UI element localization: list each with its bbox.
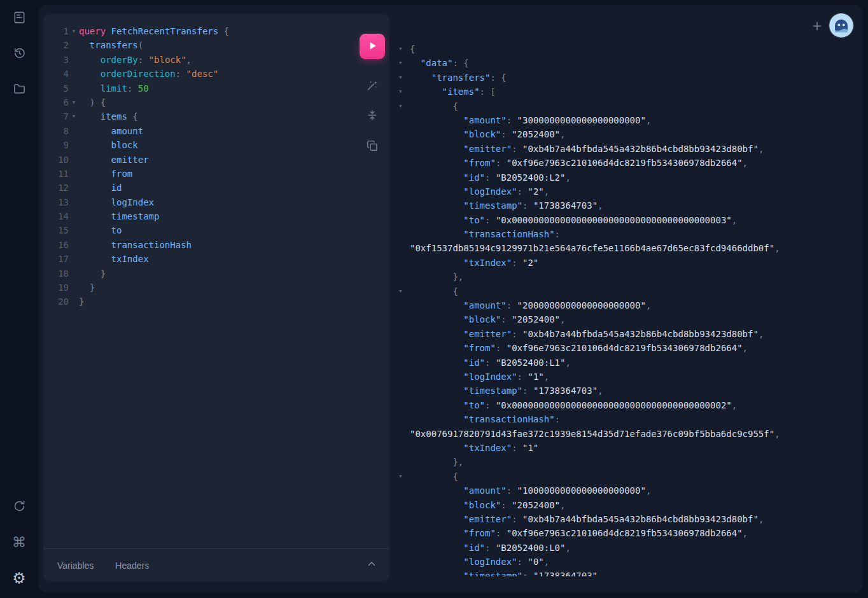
- editor-line[interactable]: 9 block: [43, 138, 389, 152]
- code-text: }: [79, 267, 106, 281]
- code-text: },: [410, 455, 463, 469]
- editor-line[interactable]: 16 transactionHash: [43, 238, 389, 252]
- editor-line[interactable]: 7▾ items {: [43, 109, 389, 123]
- line-number: 14: [43, 209, 69, 223]
- response-line: "id": "B2052400:L1",: [395, 356, 859, 370]
- ghost-logo-icon: [829, 13, 853, 38]
- response-line: "timestamp": "1738364703",: [395, 384, 859, 398]
- editor-line[interactable]: 5 limit: 50: [43, 81, 389, 95]
- code-text: timestamp: [79, 209, 159, 223]
- copy-query-button[interactable]: [363, 137, 381, 155]
- editor-line[interactable]: 12 id: [43, 181, 389, 195]
- tab-headers[interactable]: Headers: [115, 560, 149, 571]
- fold-toggle-icon[interactable]: ▾: [395, 56, 410, 70]
- fold-spacer: [395, 398, 410, 412]
- code-text: "logIndex": "2",: [410, 184, 549, 198]
- code-text: }: [79, 295, 84, 309]
- editor-line[interactable]: 11 from: [43, 167, 389, 181]
- response-line: "amount": "1000000000000000000000",: [395, 483, 859, 497]
- prettify-button[interactable]: [363, 77, 381, 95]
- response-line: ▾ "items": [: [395, 85, 859, 99]
- response-line: "id": "B2052400:L2",: [395, 170, 859, 184]
- fold-spacer: [395, 526, 410, 540]
- fold-spacer: [395, 512, 410, 526]
- fold-spacer: [395, 241, 410, 255]
- response-line: },: [395, 455, 859, 469]
- response-line: "txIndex": "2": [395, 256, 859, 270]
- tab-variables[interactable]: Variables: [57, 560, 94, 571]
- editor-line[interactable]: 13 logIndex: [43, 195, 389, 209]
- response-line: "0x0076917820791d43fae372c1939e8154d35d7…: [395, 427, 859, 441]
- fold-spacer: [395, 270, 410, 284]
- response-line: "block": "2052400",: [395, 127, 859, 141]
- fold-toggle-icon[interactable]: ▾: [395, 42, 410, 56]
- response-line: "amount": "3000000000000000000000",: [395, 113, 859, 127]
- fold-toggle-icon[interactable]: ▾: [395, 71, 410, 85]
- code-text: from: [79, 167, 132, 181]
- settings-button[interactable]: ⚙: [9, 568, 29, 588]
- shortcuts-button[interactable]: ⌘: [9, 532, 29, 553]
- sidebar: ⌘ ⚙: [0, 0, 38, 598]
- code-text: "items": [: [410, 85, 496, 99]
- response-line: "logIndex": "1",: [395, 370, 859, 384]
- fold-toggle-icon[interactable]: ▾: [69, 24, 79, 38]
- fold-spacer: [395, 227, 410, 241]
- fold-spacer: [395, 412, 410, 426]
- sidebar-top-group: [9, 8, 29, 100]
- response-line: "emitter": "0xb4b7a44bfbda545a432b86b4cb…: [395, 327, 859, 341]
- fold-spacer: [69, 67, 79, 81]
- fold-toggle-icon[interactable]: ▾: [395, 99, 410, 113]
- fold-toggle-icon[interactable]: ▾: [395, 284, 410, 298]
- fold-toggle-icon[interactable]: ▾: [395, 469, 410, 483]
- code-text: "txIndex": "1": [410, 441, 538, 455]
- editor-line[interactable]: 1▾query FetchRecentTransfers {: [43, 24, 389, 38]
- response-line: "0xf1537db85194c9129971b21e564a76cfe5e11…: [395, 241, 859, 255]
- editor-line[interactable]: 3 orderBy: "block",: [43, 53, 389, 67]
- editor-line[interactable]: 4 orderDirection: "desc": [43, 67, 389, 81]
- line-number: 5: [43, 81, 69, 95]
- fold-spacer: [69, 238, 79, 252]
- fold-spacer: [395, 184, 410, 198]
- editor-line[interactable]: 10 emitter: [43, 153, 389, 167]
- fold-toggle-icon[interactable]: ▾: [69, 95, 79, 109]
- editor-line[interactable]: 18 }: [43, 267, 389, 281]
- editor-tools-footer: Variables Headers: [43, 548, 389, 581]
- code-text: "amount": "2000000000000000000000",: [410, 298, 651, 312]
- fold-spacer: [69, 167, 79, 181]
- query-editor-code[interactable]: 1▾query FetchRecentTransfers {2 transfer…: [43, 24, 389, 548]
- refetch-schema-button[interactable]: [9, 497, 29, 517]
- fold-toggle-icon[interactable]: ▾: [69, 109, 79, 123]
- response-line: "transactionHash":: [395, 412, 859, 426]
- editor-line[interactable]: 19 }: [43, 281, 389, 295]
- response-line: "timestamp": "1738364703",: [395, 569, 859, 576]
- response-line: "amount": "2000000000000000000000",: [395, 298, 859, 312]
- editor-line[interactable]: 8 amount: [43, 124, 389, 138]
- editor-line[interactable]: 14 timestamp: [43, 209, 389, 223]
- editor-line[interactable]: 17 txIndex: [43, 252, 389, 266]
- history-button[interactable]: [9, 44, 29, 64]
- code-text: "timestamp": "1738364703",: [410, 384, 603, 398]
- response-line: "block": "2052400",: [395, 312, 859, 326]
- editor-line[interactable]: 2 transfers(: [43, 38, 389, 52]
- code-text: orderDirection: "desc": [79, 67, 218, 81]
- collapse-tools-button[interactable]: [364, 558, 379, 573]
- editor-line[interactable]: 20}: [43, 295, 389, 309]
- add-tab-button[interactable]: [808, 18, 826, 36]
- collections-button[interactable]: [9, 80, 29, 100]
- code-text: "timestamp": "1738364703",: [410, 198, 603, 212]
- editor-line[interactable]: 6▾ ) {: [43, 95, 389, 109]
- execute-query-button[interactable]: [360, 34, 385, 59]
- merge-fragments-button[interactable]: [363, 107, 381, 125]
- fold-spacer: [395, 555, 410, 569]
- play-icon: [366, 39, 379, 54]
- response-line: ▾ "data": {: [395, 56, 859, 70]
- line-number: 17: [43, 252, 69, 266]
- response-line: "from": "0xf96e7963c210106d4dc8219fb5343…: [395, 526, 859, 540]
- docs-button[interactable]: [9, 8, 29, 29]
- fold-toggle-icon[interactable]: ▾: [395, 85, 410, 99]
- code-text: query FetchRecentTransfers {: [79, 24, 229, 38]
- editor-line[interactable]: 15 to: [43, 223, 389, 237]
- fold-spacer: [395, 370, 410, 384]
- fold-spacer: [395, 384, 410, 398]
- gear-icon: ⚙: [12, 571, 26, 586]
